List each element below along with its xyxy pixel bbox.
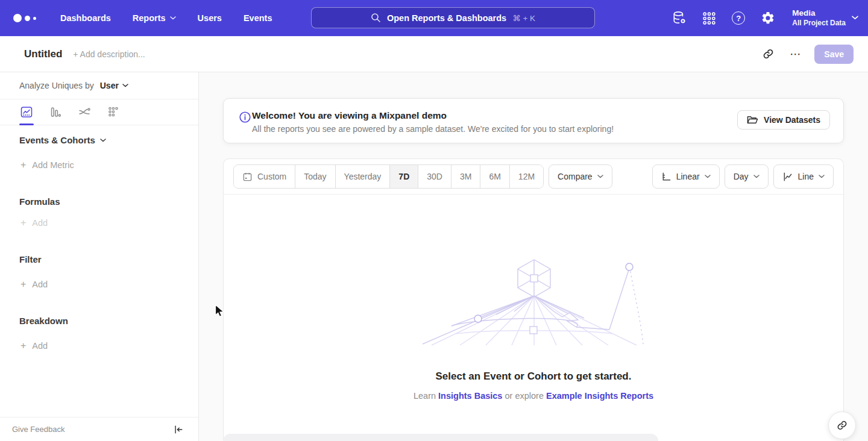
global-search[interactable]: Open Reports & Dashboards ⌘ + K	[311, 7, 595, 28]
scale-label: Linear	[676, 172, 700, 181]
header-actions: ⋯ Save	[760, 45, 854, 64]
chevron-down-icon	[753, 175, 760, 178]
link-icon	[836, 419, 848, 431]
empty-state-links: Learn Insights Basics or explore Example…	[224, 391, 843, 401]
range-label: 3M	[460, 172, 471, 181]
nav-label: Events	[244, 13, 272, 23]
primary-nav: Dashboards Reports Users Events	[60, 13, 272, 23]
range-12m[interactable]: 12M	[510, 165, 543, 188]
tab-retention[interactable]	[106, 99, 121, 125]
plus-icon: +	[20, 218, 26, 228]
nav-item-dashboards[interactable]: Dashboards	[60, 13, 111, 23]
nav-label: Users	[198, 13, 222, 23]
apps-grid-icon[interactable]	[701, 10, 717, 26]
range-custom[interactable]: Custom	[234, 165, 295, 188]
copy-link-icon[interactable]	[760, 46, 776, 63]
range-label: Yesterday	[344, 172, 382, 181]
project-subtitle: All Project Data	[792, 19, 846, 28]
date-range-segmented-control: Custom Today Yesterday 7D 30D 3M 6M 12M	[233, 164, 544, 189]
interval-label: Day	[734, 172, 749, 181]
report-description-placeholder[interactable]: + Add description...	[73, 49, 145, 59]
data-management-icon[interactable]	[671, 10, 687, 26]
search-icon	[371, 13, 381, 23]
scale-dropdown[interactable]: Linear	[652, 164, 720, 189]
plus-icon: +	[20, 280, 26, 289]
add-formula-label: Add	[32, 218, 48, 228]
add-filter-label: Add	[32, 280, 48, 289]
top-nav: Dashboards Reports Users Events Open Rep…	[0, 0, 868, 36]
range-today[interactable]: Today	[295, 165, 335, 188]
settings-gear-icon[interactable]	[760, 10, 776, 26]
range-yesterday[interactable]: Yesterday	[336, 165, 391, 188]
chevron-down-icon	[819, 175, 825, 178]
report-title[interactable]: Untitled	[24, 48, 62, 60]
info-icon	[239, 111, 251, 123]
range-3m[interactable]: 3M	[451, 165, 480, 188]
bottom-sheet-edge[interactable]	[223, 434, 658, 441]
range-30d[interactable]: 30D	[418, 165, 451, 188]
give-feedback-link[interactable]: Give Feedback	[12, 425, 64, 434]
plus-icon: +	[20, 341, 26, 351]
tab-bar-chart[interactable]	[48, 99, 63, 125]
share-link-fab[interactable]	[828, 411, 856, 439]
nav-right: ? Media All Project Data	[671, 0, 858, 36]
analyze-by-dropdown[interactable]: User	[100, 81, 128, 90]
events-cohorts-section[interactable]: Events & Cohorts	[19, 135, 106, 145]
linear-axis-icon	[661, 172, 671, 182]
insights-basics-link[interactable]: Insights Basics	[438, 391, 502, 401]
nav-label: Dashboards	[60, 13, 111, 23]
project-switcher[interactable]: Media All Project Data	[792, 8, 858, 28]
chevron-down-icon	[597, 175, 603, 178]
range-7d[interactable]: 7D	[390, 165, 418, 188]
empty-state-title: Select an Event or Cohort to get started…	[224, 371, 843, 383]
more-options-button[interactable]: ⋯	[790, 49, 801, 60]
chevron-down-icon	[100, 139, 106, 142]
add-breakdown-label: Add	[32, 341, 48, 351]
chevron-down-icon	[170, 16, 176, 20]
range-label: 30D	[427, 172, 442, 181]
view-datasets-label: View Datasets	[764, 115, 820, 125]
chevron-down-icon	[122, 84, 128, 87]
save-button[interactable]: Save	[814, 45, 854, 64]
events-cohorts-label: Events & Cohorts	[19, 135, 95, 145]
example-reports-link[interactable]: Example Insights Reports	[546, 391, 653, 401]
interval-dropdown[interactable]: Day	[725, 164, 769, 189]
filter-label: Filter	[19, 254, 42, 264]
add-metric-button[interactable]: + Add Metric	[20, 160, 74, 170]
add-filter-button[interactable]: + Add	[20, 280, 48, 289]
tab-insights[interactable]	[19, 99, 34, 125]
help-icon[interactable]: ?	[731, 10, 746, 26]
view-datasets-button[interactable]: View Datasets	[737, 110, 830, 130]
breakdown-label: Breakdown	[19, 316, 68, 326]
empty-state-illustration	[423, 254, 652, 350]
line-chart-tab-icon	[20, 105, 33, 119]
bar-chart-tab-icon	[49, 105, 62, 119]
search-shortcut: ⌘ + K	[512, 13, 535, 23]
range-label: Custom	[257, 172, 286, 181]
chart-controls: Custom Today Yesterday 7D 30D 3M 6M 12M …	[224, 159, 843, 195]
formulas-label: Formulas	[19, 196, 60, 207]
analyze-row: Analyze Uniques by User	[0, 72, 198, 99]
analyze-prefix-label: Analyze Uniques by	[19, 81, 94, 90]
welcome-banner: Welcome! You are viewing a Mixpanel demo…	[223, 98, 844, 143]
tab-flows[interactable]	[77, 99, 92, 125]
add-breakdown-button[interactable]: + Add	[20, 341, 48, 351]
chart-display-controls: Linear Day Line	[652, 164, 834, 189]
nav-item-users[interactable]: Users	[198, 13, 222, 23]
dots-grid-tab-icon	[107, 105, 120, 119]
project-name: Media	[792, 8, 846, 19]
analyze-value-label: User	[100, 81, 119, 90]
nav-item-reports[interactable]: Reports	[133, 13, 176, 23]
mixpanel-logo[interactable]	[13, 14, 41, 22]
flows-tab-icon	[78, 105, 91, 119]
compare-dropdown[interactable]: Compare	[549, 164, 612, 189]
query-sidebar: Analyze Uniques by User	[0, 72, 199, 441]
chart-type-dropdown[interactable]: Line	[773, 164, 834, 189]
nav-item-events[interactable]: Events	[244, 13, 272, 23]
collapse-sidebar-icon[interactable]	[173, 424, 184, 435]
range-6m[interactable]: 6M	[480, 165, 509, 188]
range-label: 7D	[398, 172, 409, 181]
help-glyph: ?	[732, 11, 745, 25]
add-formula-button[interactable]: + Add	[20, 218, 48, 228]
sidebar-footer: Give Feedback	[0, 417, 198, 441]
